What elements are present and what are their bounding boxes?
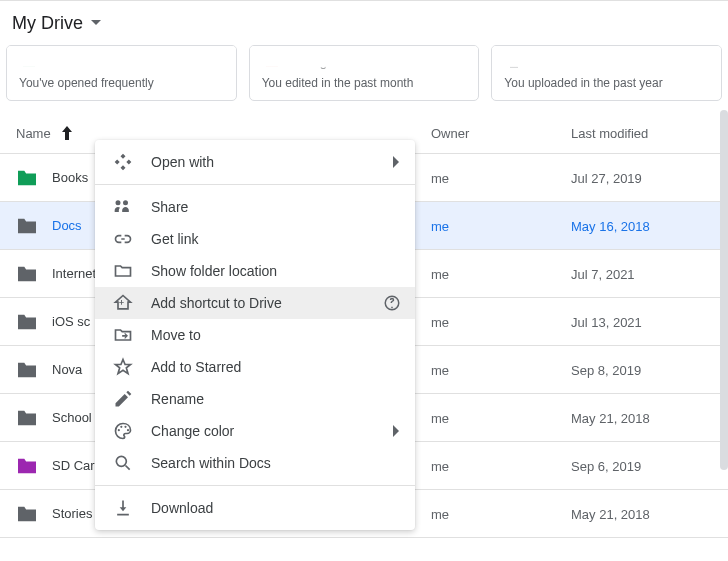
owner-value: me — [431, 171, 449, 186]
folder-icon — [16, 409, 38, 427]
card-subtitle: You've opened frequently — [19, 76, 224, 90]
card-title: Internet Balance — [49, 54, 144, 69]
folder-name: School — [52, 410, 92, 425]
suggestions-row: Internet Balance You've opened frequentl… — [0, 45, 728, 107]
menu-label: Show folder location — [151, 263, 277, 279]
svg-point-4 — [127, 429, 129, 431]
card-subtitle: You uploaded in the past year — [504, 76, 709, 90]
owner-value: me — [431, 507, 449, 522]
breadcrumb-dropdown-icon[interactable] — [91, 20, 101, 26]
star-icon — [111, 355, 135, 379]
folder-icon — [16, 217, 38, 235]
card-title: Instagram notifications fo… — [292, 54, 450, 69]
modified-value: Jul 7, 2021 — [571, 267, 635, 282]
folder-name: Docs — [52, 218, 82, 233]
owner-value: me — [431, 267, 449, 282]
menu-show-folder-location[interactable]: Show folder location — [95, 255, 415, 287]
help-icon[interactable] — [383, 294, 401, 312]
folder-icon — [16, 313, 38, 331]
chevron-right-icon — [393, 425, 401, 437]
menu-change-color[interactable]: Change color — [95, 415, 415, 447]
svg-point-1 — [118, 429, 120, 431]
menu-divider — [95, 485, 415, 486]
menu-label: Add to Starred — [151, 359, 241, 375]
menu-label: Share — [151, 199, 188, 215]
modified-value: Sep 8, 2019 — [571, 363, 641, 378]
move-to-icon — [111, 323, 135, 347]
menu-rename[interactable]: Rename — [95, 383, 415, 415]
search-icon — [111, 451, 135, 475]
folder-name: Books — [52, 170, 88, 185]
modified-value: May 21, 2018 — [571, 411, 650, 426]
palette-icon — [111, 419, 135, 443]
menu-move-to[interactable]: Move to — [95, 319, 415, 351]
sort-arrow-up-icon[interactable] — [61, 126, 73, 140]
link-icon — [111, 227, 135, 251]
col-name-header[interactable]: Name — [16, 126, 51, 141]
folder-icon — [16, 457, 38, 475]
menu-add-to-starred[interactable]: Add to Starred — [95, 351, 415, 383]
menu-share[interactable]: Share — [95, 191, 415, 223]
open-with-icon — [111, 150, 135, 174]
menu-label: Add shortcut to Drive — [151, 295, 282, 311]
menu-label: Move to — [151, 327, 201, 343]
col-modified-header[interactable]: Last modified — [571, 126, 648, 141]
menu-label: Open with — [151, 154, 214, 170]
menu-label: Download — [151, 500, 213, 516]
folder-icon — [16, 361, 38, 379]
menu-open-with[interactable]: Open with — [95, 146, 415, 178]
file-icon — [504, 52, 524, 70]
folder-name: iOS sc — [52, 314, 90, 329]
menu-label: Get link — [151, 231, 198, 247]
svg-point-5 — [116, 456, 126, 466]
download-icon — [111, 496, 135, 520]
col-owner-header[interactable]: Owner — [431, 126, 469, 141]
suggestion-card[interactable]: Instagram notifications fo… You edited i… — [249, 45, 480, 101]
image-icon — [262, 52, 282, 70]
menu-get-link[interactable]: Get link — [95, 223, 415, 255]
menu-search-within[interactable]: Search within Docs — [95, 447, 415, 479]
suggestion-card[interactable]: Internet Balance You've opened frequentl… — [6, 45, 237, 101]
modified-value: Jul 13, 2021 — [571, 315, 642, 330]
folder-icon — [16, 265, 38, 283]
modified-value: Sep 6, 2019 — [571, 459, 641, 474]
menu-divider — [95, 184, 415, 185]
modified-value: May 21, 2018 — [571, 507, 650, 522]
scrollbar[interactable] — [720, 110, 728, 470]
menu-download[interactable]: Download — [95, 492, 415, 524]
card-title: xeal 10.9 Zela armeabi-v… — [534, 54, 690, 69]
rename-icon — [111, 387, 135, 411]
owner-value: me — [431, 459, 449, 474]
breadcrumb-header: My Drive — [0, 1, 728, 45]
menu-label: Change color — [151, 423, 234, 439]
suggestion-card[interactable]: xeal 10.9 Zela armeabi-v… You uploaded i… — [491, 45, 722, 101]
sheets-icon — [19, 52, 39, 70]
folder-outline-icon — [111, 259, 135, 283]
modified-value: May 16, 2018 — [571, 219, 650, 234]
folder-icon — [16, 505, 38, 523]
owner-value: me — [431, 363, 449, 378]
svg-point-3 — [124, 426, 126, 428]
svg-point-2 — [120, 426, 122, 428]
owner-value: me — [431, 315, 449, 330]
owner-value: me — [431, 219, 449, 234]
menu-add-shortcut[interactable]: Add shortcut to Drive — [95, 287, 415, 319]
folder-name: Stories — [52, 506, 92, 521]
folder-name: Internet — [52, 266, 96, 281]
card-subtitle: You edited in the past month — [262, 76, 467, 90]
chevron-right-icon — [393, 156, 401, 168]
page-title[interactable]: My Drive — [12, 13, 83, 34]
owner-value: me — [431, 411, 449, 426]
modified-value: Jul 27, 2019 — [571, 171, 642, 186]
folder-icon — [16, 169, 38, 187]
menu-label: Rename — [151, 391, 204, 407]
folder-name: Nova — [52, 362, 82, 377]
share-icon — [111, 195, 135, 219]
add-shortcut-icon — [111, 291, 135, 315]
menu-label: Search within Docs — [151, 455, 271, 471]
context-menu: Open with Share Get link Show folder loc… — [95, 140, 415, 530]
